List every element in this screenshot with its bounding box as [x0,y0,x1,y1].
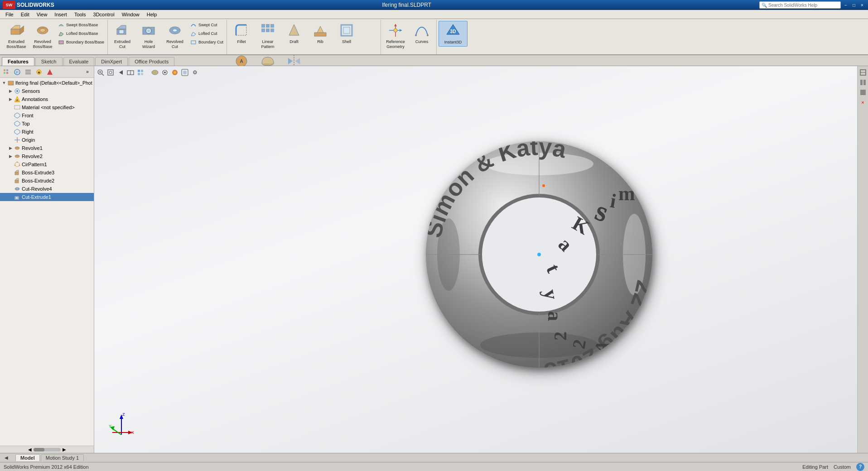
lofted-boss-base-button[interactable]: Lofted Boss/Base [56,29,106,38]
svg-text:★: ★ [37,70,41,75]
tree-item-cirpattern1[interactable]: ▶ CirPattern1 [0,160,94,168]
extruded-cut-button[interactable]: ExtrudedCut [110,21,135,51]
vp-display-style[interactable] [150,68,159,77]
extruded-cut-label: ExtrudedCut [114,39,130,49]
tab-dimxpert[interactable]: DimXpert [95,57,128,66]
swept-boss-base-button[interactable]: Swept Boss/Base [56,21,106,29]
tree-item-root[interactable]: ▼ lfering final (Default<<Default>_Phot [0,79,94,87]
instant3d-button[interactable]: 3D Instant3D [439,21,468,47]
menu-window[interactable]: Window [118,11,143,18]
svg-point-36 [394,29,397,32]
tree-item-top[interactable]: ▶ Top [0,120,94,128]
bottom-tab-model[interactable]: Model [15,454,40,461]
tab-office-products[interactable]: Office Products [129,57,174,66]
menu-file[interactable]: File [2,11,17,18]
linear-pattern-button[interactable]: LinearPattern [255,21,280,51]
close-button[interactable]: × [859,2,865,8]
right-panel-btn-2[interactable] [858,78,868,87]
lofted-cut-icon [190,30,197,37]
revolved-boss-label: RevolvedBoss/Base [33,39,52,49]
expand-annotations[interactable]: ▶ [7,96,14,102]
tree-item-annotations[interactable]: ▶ A Annotations [0,95,94,103]
lofted-cut-button[interactable]: Lofted Cut [188,29,225,38]
sidebar-btn-1[interactable] [1,67,11,77]
svg-rect-90 [141,70,143,72]
tree-item-cut-extrude1[interactable]: ▶ Cut-Extrude1 [0,193,94,201]
sidebar-btn-4[interactable]: ★ [34,67,44,77]
vp-zoom-area[interactable] [106,68,115,77]
search-box[interactable]: 🔍 [759,1,841,9]
svg-text:m: m [618,183,635,205]
boss-sub-group: Swept Boss/Base Lofted Boss/Base Boundar… [56,21,106,46]
tree-item-origin[interactable]: ▶ Origin [0,136,94,144]
fillet-button[interactable]: Fillet [229,21,254,46]
tree-item-revolve2[interactable]: ▶ Revolve2 [0,152,94,160]
svg-marker-61 [14,113,20,118]
expand-revolve1[interactable]: ▶ [7,145,14,151]
revolved-cut-button[interactable]: RevolvedCut [162,21,188,51]
tree-item-material[interactable]: ▶ Material <not specified> [0,103,94,111]
tree-item-cut-revolve4[interactable]: ▶ Cut-Revolve4 [0,185,94,193]
vp-edit-appearance[interactable] [170,68,179,77]
help-button[interactable]: ? [856,463,864,471]
menu-view[interactable]: View [33,11,51,18]
reference-geometry-button[interactable]: ReferenceGeometry [383,21,408,51]
right-panel-btn-1[interactable] [858,68,868,77]
hole-wizard-button[interactable]: HoleWizard [136,21,161,51]
curves-icon [414,22,430,38]
expand-revolve2[interactable]: ▶ [7,153,14,159]
scroll-left-tab[interactable]: ◀ [2,453,11,462]
shell-button[interactable]: Shell [334,21,359,46]
rib-button[interactable]: Rib [308,21,333,46]
vp-previous-view[interactable] [116,68,125,77]
svg-rect-91 [138,73,140,75]
main-area: P ★ » ▼ lfering final (Default<<Default>… [0,66,868,453]
menu-help[interactable]: Help [143,11,161,18]
vp-apply-scene[interactable] [180,68,189,77]
expand-sensors[interactable]: ▶ [7,88,14,94]
tree-item-sensors[interactable]: ▶ Sensors [0,87,94,95]
vp-section-view[interactable] [126,68,135,77]
svg-point-14 [173,29,177,32]
vp-hide-show[interactable] [160,68,169,77]
menu-3dcontrol[interactable]: 3Dcontrol [90,11,118,18]
swept-cut-button[interactable]: Swept Cut [188,21,225,29]
3d-viewport[interactable]: ⚙ [94,66,857,453]
tab-evaluate[interactable]: Evaluate [63,57,95,66]
tree-item-front[interactable]: ▶ Front [0,111,94,120]
vp-view-orientation[interactable] [136,68,145,77]
label-annotations: Annotations [22,96,48,102]
boundary-boss-base-label: Boundary Boss/Base [66,40,104,44]
right-panel-btn-3[interactable] [858,88,868,97]
tab-sketch[interactable]: Sketch [35,57,63,66]
menu-insert[interactable]: Insert [51,11,71,18]
sidebar-btn-3[interactable] [23,67,33,77]
extruded-boss-button[interactable]: ExtrudedBoss/Base [4,21,29,51]
menu-edit[interactable]: Edit [17,11,33,18]
restore-button[interactable]: □ [851,2,857,8]
vp-zoom-fit[interactable] [96,68,105,77]
sidebar-expand-btn[interactable]: » [82,67,92,77]
tree-item-boss-extrude2[interactable]: ▶ Boss-Extrude2 [0,177,94,185]
tab-features[interactable]: Features [2,57,34,66]
draft-button[interactable]: Draft [281,21,307,46]
viewport-toolbar: ⚙ [96,68,199,77]
svg-marker-54 [47,69,53,75]
boundary-boss-base-button[interactable]: Boundary Boss/Base [56,38,106,46]
menu-tools[interactable]: Tools [71,11,90,18]
minimize-button[interactable]: − [843,2,849,8]
expand-root[interactable]: ▼ [1,80,7,86]
sidebar-btn-2[interactable]: P [12,67,22,77]
svg-point-57 [16,90,18,92]
tree-item-revolve1[interactable]: ▶ Revolve1 [0,144,94,152]
tree-item-right[interactable]: ▶ Right [0,128,94,136]
bottom-tab-motion-study[interactable]: Motion Study 1 [41,454,84,461]
search-input[interactable] [768,3,836,8]
curves-button[interactable]: Curves [409,21,434,46]
tree-item-boss-extrude3[interactable]: ▶ Boss-Extrude3 [0,168,94,177]
sidebar-btn-5[interactable] [45,67,55,77]
boundary-cut-button[interactable]: Boundary Cut [188,38,225,46]
revolved-boss-button[interactable]: RevolvedBoss/Base [30,21,55,51]
vp-view-settings[interactable]: ⚙ [190,68,199,77]
right-panel-btn-4[interactable]: × [858,98,868,107]
